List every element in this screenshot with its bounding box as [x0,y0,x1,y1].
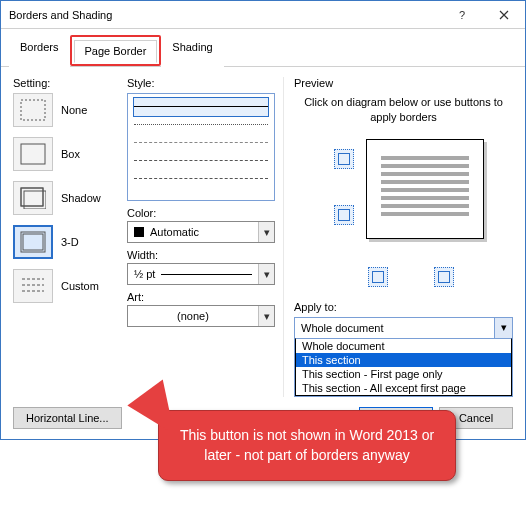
style-option-solid[interactable] [134,98,268,116]
setting-label: Custom [61,280,99,292]
setting-label: 3-D [61,236,79,248]
style-option[interactable] [134,170,268,188]
annotation-callout: This button is not shown in Word 2013 or… [158,410,456,481]
apply-to-combo[interactable]: Whole document ▾ Whole document This sec… [294,317,513,397]
chevron-down-icon: ▾ [258,222,274,242]
setting-label: None [61,104,87,116]
titlebar: Borders and Shading ? [1,1,525,29]
apply-to-option[interactable]: This section - First page only [296,367,511,381]
border-left-toggle[interactable] [368,267,388,287]
setting-3d[interactable]: 3-D [13,225,119,259]
setting-box[interactable]: Box [13,137,119,171]
art-label: Art: [127,291,275,303]
preview-diagram [294,135,513,295]
tab-strip: Borders Page Border Shading [1,29,525,67]
chevron-down-icon: ▾ [258,264,274,284]
svg-rect-5 [21,232,45,252]
setting-custom[interactable]: Custom [13,269,119,303]
horizontal-line-button[interactable]: Horizontal Line... [13,407,122,429]
setting-none[interactable]: None [13,93,119,127]
close-button[interactable] [483,1,525,28]
settings-label: Setting: [13,77,119,89]
apply-to-option[interactable]: Whole document [296,339,511,353]
apply-to-dropdown-list: Whole document This section This section… [295,338,512,396]
apply-to-option[interactable]: This section [296,353,511,367]
tab-page-border[interactable]: Page Border [74,40,158,63]
chevron-down-icon: ▾ [494,318,512,338]
style-column: Style: Color: Automatic ▾ Width: ½ pt [127,77,275,397]
width-group: Width: ½ pt ▾ [127,249,275,285]
window-title: Borders and Shading [9,9,441,21]
svg-rect-1 [21,144,45,164]
apply-to-option[interactable]: This section - All except first page [296,381,511,395]
setting-custom-icon [13,269,53,303]
dialog-body: Setting: None Box Shadow [1,67,525,401]
width-label: Width: [127,249,275,261]
color-label: Color: [127,207,275,219]
art-value: (none) [177,310,209,322]
preview-hint: Click on diagram below or use buttons to… [304,95,503,125]
border-bottom-toggle[interactable] [334,205,354,225]
chevron-down-icon: ▾ [258,306,274,326]
svg-rect-0 [21,100,45,120]
style-option[interactable] [134,152,268,170]
color-value: Automatic [150,226,199,238]
tab-borders[interactable]: Borders [9,36,70,67]
apply-to-value: Whole document [295,318,512,338]
preview-label: Preview [294,77,513,89]
setting-shadow-icon [13,181,53,215]
svg-rect-6 [23,234,43,250]
border-right-toggle[interactable] [434,267,454,287]
width-value: ½ pt [134,268,155,280]
annotation-highlight: Page Border [70,35,162,66]
color-combo[interactable]: Automatic ▾ [127,221,275,243]
setting-label: Shadow [61,192,101,204]
close-icon [499,10,509,20]
art-group: Art: (none) ▾ [127,291,275,327]
setting-label: Box [61,148,80,160]
help-button[interactable]: ? [441,1,483,28]
color-group: Color: Automatic ▾ [127,207,275,243]
style-label: Style: [127,77,275,89]
style-option[interactable] [134,134,268,152]
width-line-icon [161,274,252,275]
preview-column: Preview Click on diagram below or use bu… [283,77,513,397]
preview-page[interactable] [366,139,484,239]
apply-to-label: Apply to: [294,301,513,313]
setting-shadow[interactable]: Shadow [13,181,119,215]
border-top-toggle[interactable] [334,149,354,169]
dialog-window: Borders and Shading ? Borders Page Borde… [0,0,526,440]
setting-none-icon [13,93,53,127]
art-combo[interactable]: (none) ▾ [127,305,275,327]
setting-3d-icon [13,225,53,259]
setting-box-icon [13,137,53,171]
tab-shading[interactable]: Shading [161,36,223,67]
style-option[interactable] [134,116,268,134]
settings-column: Setting: None Box Shadow [13,77,119,397]
style-list[interactable] [127,93,275,201]
width-combo[interactable]: ½ pt ▾ [127,263,275,285]
color-swatch-icon [134,227,144,237]
